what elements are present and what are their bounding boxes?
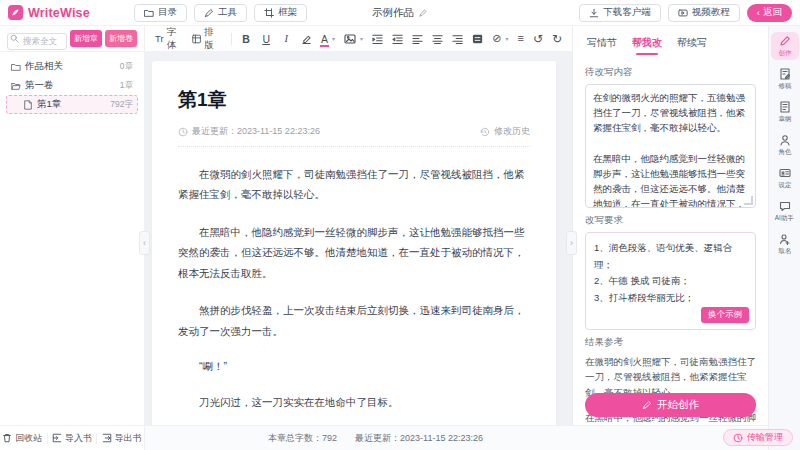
highlighter-icon[interactable]	[301, 33, 312, 45]
tree-item-chapter1[interactable]: 第1章 792字	[6, 95, 138, 114]
indent-increase-icon[interactable]	[372, 33, 383, 45]
rewrite-content-label: 待改写内容	[585, 66, 756, 79]
search-box	[7, 30, 67, 47]
pen-icon	[204, 8, 214, 18]
rail-item-label: 创作	[778, 48, 791, 57]
tab-help-rewrite[interactable]: 帮我改	[632, 36, 662, 56]
switch-example-button[interactable]: 换个示例	[701, 307, 749, 323]
framework-label: 框架	[278, 6, 297, 19]
start-writing-label: 开始创作	[657, 398, 699, 412]
download-client-label: 下载客户端	[603, 6, 651, 19]
new-chapter-button[interactable]: 新增章	[70, 30, 102, 47]
tree-item-works[interactable]: 作品相关 0章	[6, 57, 138, 76]
clock-icon	[178, 127, 188, 137]
underline-button[interactable]: U	[261, 33, 272, 45]
paragraph: 在黑暗中，他隐约感觉到一丝轻微的脚步声，这让他勉强能够抵挡一些突然的袭击，但这还…	[178, 222, 530, 283]
italic-button[interactable]: I	[281, 33, 292, 44]
chat-icon	[779, 200, 791, 212]
rail-item-naming[interactable]: 取名	[771, 230, 799, 258]
file-icon	[23, 100, 33, 110]
edit-title-icon[interactable]	[418, 8, 428, 18]
chapter-sidebar: 新增章 新增卷 作品相关 0章 第一卷 1章 第1章 792字 回	[0, 26, 145, 450]
import-book-button[interactable]: 导入书	[52, 432, 92, 445]
person-icon	[779, 134, 791, 146]
back-button[interactable]: ‹ 返回	[747, 4, 792, 22]
tree-item-count: 792字	[110, 99, 133, 111]
chapter-tree: 作品相关 0章 第一卷 1章 第1章 792字	[0, 52, 144, 425]
image-icon	[344, 33, 356, 45]
sidebar-search-row: 新增章 新增卷	[0, 26, 144, 52]
typeset-menu-label: 排版	[204, 26, 221, 52]
divider	[231, 33, 232, 45]
paragraph: 刀光闪过，这一刀实实在在地命中了目标。	[178, 392, 530, 412]
indent-decrease-icon[interactable]	[392, 33, 403, 45]
transfer-manager-label: 传输管理	[747, 431, 783, 444]
rewrite-requirements-box[interactable]: 1、润色段落、语句优美、逻辑合理； 2、午德 换成 司徒南； 3、打斗桥段华丽无…	[585, 232, 756, 330]
font-color-button[interactable]: A ▾	[321, 33, 335, 45]
tools-button[interactable]: 工具	[194, 4, 247, 22]
line-spacing-icon[interactable]: ≡	[518, 33, 524, 44]
rail-item-revise[interactable]: 修稿	[771, 65, 799, 93]
clear-format-icon: ⊘	[492, 33, 501, 44]
video-tutorial-button[interactable]: 视频教程	[668, 4, 740, 22]
chevron-down-icon: ▾	[360, 35, 363, 42]
font-menu-button[interactable]: Tr 字体	[155, 26, 183, 52]
collapse-panel-handle[interactable]: ›	[566, 231, 577, 255]
doc-edit-icon	[779, 68, 791, 80]
rail-item-characters[interactable]: 角色	[771, 131, 799, 159]
rail-item-outline[interactable]: 章纲	[771, 98, 799, 126]
align-right-icon[interactable]	[452, 33, 463, 45]
align-center-icon[interactable]	[432, 33, 443, 45]
tab-help-continue[interactable]: 帮续写	[677, 36, 707, 56]
frame-icon	[264, 8, 274, 18]
revision-history-label: 修改历史	[494, 125, 530, 138]
rewrite-requirements-label: 改写要求	[585, 214, 756, 227]
rail-item-label: 修稿	[778, 81, 791, 90]
clear-format-button[interactable]: ⊘ ▾	[492, 33, 508, 44]
start-writing-button[interactable]: 开始创作	[585, 393, 756, 417]
tree-item-volume1[interactable]: 第一卷 1章	[6, 76, 138, 95]
export-icon	[102, 433, 112, 443]
app-window: WriteWise 目录 工具 框架 示例作品 下载客户端	[0, 0, 800, 450]
rail-item-label: 角色	[778, 147, 791, 156]
fill-background-icon[interactable]	[472, 33, 483, 45]
redo-icon[interactable]: ↻	[552, 33, 562, 45]
rewrite-content-textarea[interactable]: 在剑的微弱火光的照耀下，五德勉强挡住了一刀，尽管视线被阻挡，他紧紧握住宝剑，毫不…	[585, 84, 756, 208]
new-volume-button[interactable]: 新增卷	[105, 30, 137, 47]
ai-assistant-panel: 写情节 帮我改 帮续写 待改写内容 在剑的微弱火光的照耀下，五德勉强挡住了一刀，…	[572, 26, 768, 425]
import-book-label: 导入书	[65, 432, 92, 445]
pen-icon	[642, 400, 652, 410]
undo-icon[interactable]: ↺	[533, 33, 543, 45]
brand-name: WriteWise	[28, 6, 90, 20]
insert-image-button[interactable]: ▾	[344, 33, 363, 45]
download-client-button[interactable]: 下载客户端	[579, 4, 661, 22]
catalog-button[interactable]: 目录	[134, 4, 187, 22]
rail-item-settings[interactable]: 设定	[771, 164, 799, 192]
import-icon	[52, 433, 62, 443]
rail-item-ai-helper[interactable]: AI助手	[771, 197, 799, 225]
export-book-button[interactable]: 导出书	[102, 432, 142, 445]
recycle-bin-button[interactable]: 回收站	[2, 432, 42, 445]
sidebar-footer: 回收站 导入书 导出书	[0, 425, 144, 450]
framework-button[interactable]: 框架	[254, 4, 307, 22]
revision-history-button[interactable]: 修改历史	[480, 125, 530, 138]
transfer-manager-button[interactable]: 传输管理	[723, 429, 793, 446]
requirement-item: 3、打斗桥段华丽无比；	[594, 290, 747, 307]
font-menu-label: 字体	[167, 26, 184, 52]
tab-write-plot[interactable]: 写情节	[587, 36, 617, 56]
rail-item-create[interactable]: 创作	[771, 32, 799, 60]
video-icon	[678, 8, 688, 18]
history-icon	[480, 127, 490, 137]
font-color-letter: A	[321, 33, 328, 45]
typeset-menu-button[interactable]: 排版	[192, 26, 221, 52]
back-chevron-icon: ‹	[757, 7, 760, 18]
writewise-logo-icon	[8, 5, 23, 20]
chevron-down-icon: ▾	[506, 35, 509, 42]
editor-page[interactable]: 第1章 最近更新：2023-11-15 22:23:26 修改历史 在微弱的剑火…	[152, 61, 556, 425]
collapse-sidebar-handle[interactable]: ‹	[139, 231, 150, 255]
bold-button[interactable]: B	[241, 33, 252, 45]
editor-area: 第1章 最近更新：2023-11-15 22:23:26 修改历史 在微弱的剑火…	[145, 52, 572, 425]
last-updated-text: 最近更新：2023-11-15 22:23:26	[192, 125, 320, 138]
font-glyph-icon: Tr	[155, 34, 164, 44]
align-left-icon[interactable]	[412, 33, 423, 45]
